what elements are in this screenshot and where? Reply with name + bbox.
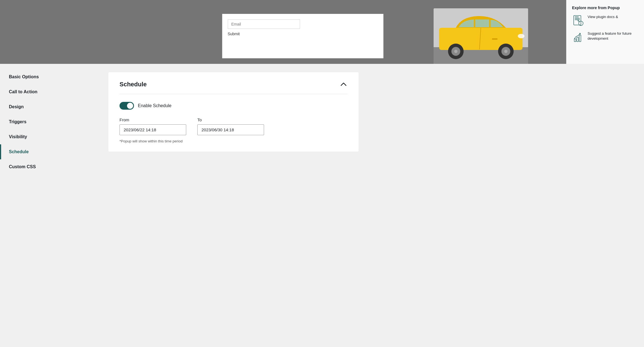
main-content: Basic Options Call to Action Design Trig… bbox=[0, 64, 644, 180]
divider bbox=[120, 94, 347, 94]
nav-item-visibility[interactable]: Visibility bbox=[0, 129, 97, 144]
from-label: From bbox=[120, 117, 186, 122]
left-nav: Basic Options Call to Action Design Trig… bbox=[0, 64, 97, 180]
to-label: To bbox=[197, 117, 264, 122]
panel-header: Schedule bbox=[120, 81, 347, 88]
panel-card: Schedule Enable Schedule Fro bbox=[108, 72, 359, 152]
svg-point-8 bbox=[504, 50, 508, 53]
nav-item-basic-options[interactable]: Basic Options bbox=[0, 69, 97, 84]
explore-item-docs[interactable]: View plugin docs & bbox=[572, 14, 638, 27]
svg-rect-20 bbox=[577, 37, 578, 42]
nav-item-call-to-action[interactable]: Call to Action bbox=[0, 84, 97, 99]
from-date-input[interactable] bbox=[120, 124, 186, 135]
toggle-row: Enable Schedule bbox=[120, 102, 347, 110]
svg-point-18 bbox=[577, 20, 579, 21]
to-date-input[interactable] bbox=[197, 124, 264, 135]
explore-title: Explore more from Popup bbox=[572, 6, 638, 10]
explore-docs-text: View plugin docs & bbox=[588, 14, 618, 19]
from-field-group: From bbox=[120, 117, 186, 135]
toggle-label: Enable Schedule bbox=[138, 103, 171, 108]
svg-point-5 bbox=[454, 50, 457, 53]
nav-item-design[interactable]: Design bbox=[0, 99, 97, 114]
nav-item-schedule[interactable]: Schedule bbox=[0, 144, 97, 159]
svg-point-9 bbox=[518, 34, 524, 38]
explore-item-feature[interactable]: Suggest a feature for future development bbox=[572, 31, 638, 43]
svg-rect-11 bbox=[492, 38, 498, 40]
docs-icon bbox=[572, 14, 584, 27]
enable-schedule-toggle[interactable] bbox=[120, 102, 134, 110]
nav-item-custom-css[interactable]: Custom CSS bbox=[0, 159, 97, 174]
hint-text: *Popup will show within this time period bbox=[120, 139, 347, 143]
svg-rect-21 bbox=[579, 35, 581, 42]
right-sidebar: Explore more from Popup View plugin docs… bbox=[566, 0, 644, 64]
svg-rect-19 bbox=[574, 39, 576, 42]
nav-item-triggers[interactable]: Triggers bbox=[0, 114, 97, 129]
chevron-up-icon[interactable] bbox=[340, 81, 347, 88]
svg-rect-15 bbox=[575, 19, 580, 20]
svg-rect-14 bbox=[575, 18, 580, 19]
feature-icon bbox=[572, 31, 584, 43]
date-fields: From To bbox=[120, 117, 347, 135]
preview-area: Submit bbox=[0, 0, 644, 64]
popup-preview: Submit bbox=[222, 14, 383, 58]
main-panel: Schedule Enable Schedule Fro bbox=[97, 64, 644, 180]
submit-label: Submit bbox=[228, 32, 378, 36]
panel-title: Schedule bbox=[120, 81, 147, 88]
explore-feature-text: Suggest a feature for future development bbox=[588, 31, 638, 41]
svg-rect-13 bbox=[575, 17, 579, 17]
to-field-group: To bbox=[197, 117, 264, 135]
email-input-preview[interactable] bbox=[228, 19, 300, 29]
car-image bbox=[434, 8, 528, 64]
